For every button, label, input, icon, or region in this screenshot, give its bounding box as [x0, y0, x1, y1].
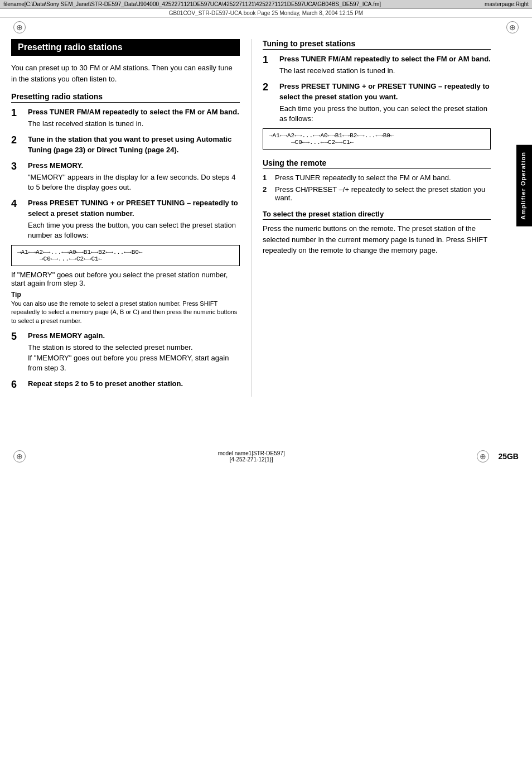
- step-5-number: 5: [11, 331, 23, 373]
- remote-step-1-text: Press TUNER repeatedly to select the FM …: [275, 174, 451, 182]
- step-5-content: Press MEMORY again. The station is store…: [28, 331, 240, 373]
- step-1-bold: Press TUNER FM/AM repeatedly to select t…: [28, 108, 239, 116]
- step-6-number: 6: [11, 379, 23, 391]
- top-left-corner-mark: ⊕: [13, 21, 26, 33]
- top-bar-filename: filename[C:\Data\Sony SEM_Janet\STR-DE59…: [3, 1, 381, 7]
- step-6: 6 Repeat steps 2 to 5 to preset another …: [11, 379, 240, 391]
- step-5-bold: Press MEMORY again.: [28, 331, 105, 340]
- step-2-bold: Tune in the station that you want to pre…: [28, 135, 231, 153]
- left-column: Presetting radio stations You can preset…: [11, 39, 251, 397]
- top-bar: filename[C:\Data\Sony SEM_Janet\STR-DE59…: [0, 0, 532, 9]
- footer-model: model name1[STR-DE597]: [218, 450, 285, 456]
- bottom-right-corner-mark: ⊕: [477, 450, 489, 463]
- step-6-bold: Repeat steps 2 to 5 to preset another st…: [28, 379, 183, 388]
- tuning-step-2-number: 2: [263, 81, 275, 124]
- left-section-heading: Presetting radio stations: [11, 92, 240, 103]
- step-5: 5 Press MEMORY again. The station is sto…: [11, 331, 240, 373]
- remote-step-1-num: 1: [263, 174, 272, 182]
- tuning-step-1-number: 1: [263, 54, 275, 76]
- intro-text: You can preset up to 30 FM or AM station…: [11, 62, 240, 84]
- step-1: 1 Press TUNER FM/AM repeatedly to select…: [11, 107, 240, 129]
- step-3-content: Press MEMORY. "MEMORY" appears in the di…: [28, 161, 240, 193]
- step-3-number: 3: [11, 161, 23, 193]
- left-diagram: →A1←→A2←→...←→A0←→B1←→B2←→...←→B0← →C0←→…: [11, 245, 240, 266]
- step-1-content: Press TUNER FM/AM repeatedly to select t…: [28, 107, 240, 129]
- page-title: Presetting radio stations: [11, 39, 240, 56]
- tuning-step-1: 1 Press TUNER FM/AM repeatedly to select…: [263, 54, 491, 76]
- tip-section: Tip You can also use the remote to selec…: [11, 291, 240, 325]
- after-diagram-text: If "MEMORY" goes out before you select t…: [11, 271, 240, 287]
- left-diagram-line2: →C0←→...←→C2←→C1←: [17, 256, 234, 262]
- remote-step-1: 1 Press TUNER repeatedly to select the F…: [263, 174, 491, 182]
- footer-part: [4-252-271-12(1)]: [230, 456, 273, 463]
- left-diagram-line1: →A1←→A2←→...←→A0←→B1←→B2←→...←→B0←: [17, 249, 234, 256]
- step-4-number: 4: [11, 198, 23, 240]
- footer-center: model name1[STR-DE597] [4-252-271-12(1)]: [218, 450, 285, 463]
- step-4-bold: Press PRESET TUNING + or PRESET TUNING –…: [28, 199, 238, 217]
- top-bar-masterpage: masterpage:Right: [485, 1, 529, 7]
- to-select-body: Press the numeric buttons on the remote.…: [263, 223, 491, 256]
- step-4: 4 Press PRESET TUNING + or PRESET TUNING…: [11, 198, 240, 325]
- top-right-corner-mark: ⊕: [506, 21, 519, 33]
- book-info-bar: GB01COV_STR-DE597-UCA.book Page 25 Monda…: [0, 9, 532, 18]
- tuning-section: Tuning to preset stations 1 Press TUNER …: [263, 39, 491, 150]
- tuning-step-1-content: Press TUNER FM/AM repeatedly to select t…: [279, 54, 491, 76]
- step-3-bold: Press MEMORY.: [28, 161, 83, 170]
- side-tab: Amplifier Operation: [516, 145, 532, 227]
- step-2-number: 2: [11, 134, 23, 155]
- right-diagram: →A1←→A2←→...←→A0←→B1←→B2←→...←→B0← →C0←→…: [263, 128, 491, 150]
- remote-step-2-num: 2: [263, 185, 272, 202]
- right-diagram-line2: →C0←→...←→C2←→C1←: [269, 139, 485, 146]
- step-2-content: Tune in the station that you want to pre…: [28, 134, 240, 155]
- using-remote-section: Using the remote 1 Press TUNER repeatedl…: [263, 158, 491, 256]
- step-2: 2 Tune in the station that you want to p…: [11, 134, 240, 155]
- step-1-number: 1: [11, 107, 23, 129]
- remote-step-2: 2 Press CH/PRESET –/+ repeatedly to sele…: [263, 185, 491, 202]
- tuning-step-2-sub: Each time you press the button, you can …: [279, 104, 491, 124]
- tuning-step-2-bold: Press PRESET TUNING + or PRESET TUNING –…: [279, 82, 490, 100]
- book-info-text: GB01COV_STR-DE597-UCA.book Page 25 Monda…: [169, 10, 363, 16]
- bottom-left-corner-mark: ⊕: [13, 450, 26, 463]
- right-diagram-line1: →A1←→A2←→...←→A0←→B1←→B2←→...←→B0←: [269, 132, 485, 139]
- step-4-sub: Each time you press the button, you can …: [28, 220, 240, 240]
- remote-step-2-text: Press CH/PRESET –/+ repeatedly to select…: [275, 185, 491, 202]
- tuning-step-1-bold: Press TUNER FM/AM repeatedly to select t…: [279, 55, 491, 63]
- right-column: Tuning to preset stations 1 Press TUNER …: [251, 39, 491, 397]
- tuning-step-2-content: Press PRESET TUNING + or PRESET TUNING –…: [279, 81, 491, 124]
- step-3: 3 Press MEMORY. "MEMORY" appears in the …: [11, 161, 240, 193]
- step-1-sub: The last received station is tuned in.: [28, 119, 240, 129]
- step-6-content: Repeat steps 2 to 5 to preset another st…: [28, 379, 240, 391]
- tuning-step-2: 2 Press PRESET TUNING + or PRESET TUNING…: [263, 81, 491, 150]
- tuning-step-1-sub: The last received station is tuned in.: [279, 66, 491, 76]
- tip-label: Tip: [11, 291, 21, 298]
- tuning-heading: Tuning to preset stations: [263, 39, 491, 50]
- tip-text: You can also use the remote to select a …: [11, 300, 240, 325]
- step-3-sub: "MEMORY" appears in the display for a fe…: [28, 172, 240, 192]
- step-5-sub: The station is stored to the selected pr…: [28, 343, 240, 373]
- step-4-content: Press PRESET TUNING + or PRESET TUNING –…: [28, 198, 240, 240]
- to-select-heading: To select the preset station directly: [263, 210, 491, 220]
- using-remote-heading: Using the remote: [263, 158, 491, 169]
- page-number: 25GB: [498, 452, 519, 461]
